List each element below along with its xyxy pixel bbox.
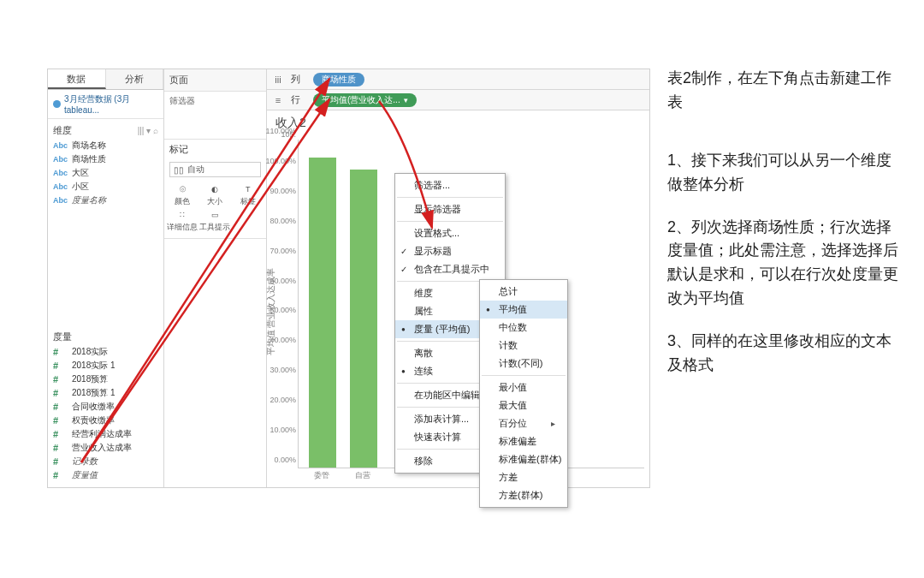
note-2: 2、列次选择商场性质；行次选择度量值；此处需注意，选择选择后默认是求和，可以在行…	[667, 216, 898, 312]
hash-icon: #	[53, 388, 68, 398]
dimensions-list: Abc商场名称Abc商场性质Abc大区Abc小区Abc度量名称	[48, 139, 163, 212]
menu-item[interactable]: 平均值	[480, 301, 567, 319]
datasource[interactable]: 3月经营数据 (3月tableau...	[48, 90, 163, 119]
rows-pill[interactable]: 平均值(营业收入达...▾	[313, 93, 417, 107]
x-category: 自营	[342, 470, 383, 484]
measure-item[interactable]: #2018实际 1	[51, 359, 160, 372]
sheet-title[interactable]: 收入2	[267, 110, 649, 136]
measure-item[interactable]: #2018实际	[51, 345, 160, 359]
menu-item[interactable]: 总计	[480, 283, 567, 301]
marks-label: 标记	[164, 140, 266, 159]
abc-icon: Abc	[53, 141, 68, 150]
bar[interactable]	[309, 158, 336, 468]
meas-name: 经营利润达成率	[72, 428, 132, 440]
measures-label: 度量	[53, 331, 72, 343]
measure-item[interactable]: #2018预算 1	[51, 386, 160, 400]
menu-item[interactable]: 计数	[480, 337, 567, 355]
menu-item[interactable]: 最小值	[480, 378, 567, 396]
meas-name: 2018预算	[72, 373, 108, 385]
marks-detail[interactable]: ∷详细信息	[166, 209, 198, 235]
filters-shelf[interactable]: 筛选器	[164, 92, 266, 140]
menu-item[interactable]: 最大值	[480, 396, 567, 414]
menu-separator	[397, 221, 503, 222]
marks-size[interactable]: ◐大小	[198, 183, 231, 209]
dim-name: 度量名称	[72, 194, 106, 206]
datasource-icon	[53, 100, 61, 108]
label-icon: T	[242, 185, 254, 195]
menu-item[interactable]: 显示筛选器	[395, 200, 505, 218]
meas-name: 2018实际	[72, 346, 108, 358]
y-tick: 80.00%	[270, 217, 296, 225]
menu-item-label: 方差	[499, 471, 518, 484]
marks-color[interactable]: ⦾颜色	[166, 183, 198, 209]
note-3: 3、同样的在这里修改相应的文本及格式	[667, 330, 898, 378]
columns-shelf[interactable]: iii 列 商场性质	[267, 69, 649, 90]
dimensions-label: 维度	[53, 124, 72, 137]
submenu-aggregate[interactable]: 总计平均值中位数计数计数(不同)最小值最大值百分位标准偏差标准偏差(群体)方差方…	[479, 279, 568, 508]
meas-name: 记录数	[72, 456, 98, 468]
dimension-item[interactable]: Abc小区	[51, 180, 160, 194]
menu-item[interactable]: 方差(群体)	[480, 486, 567, 504]
menu-item[interactable]: 计数(不同)	[480, 355, 567, 372]
menu-item[interactable]: 包含在工具提示中	[395, 260, 505, 278]
menu-item[interactable]: 筛选器...	[395, 176, 505, 194]
dim-header-icons[interactable]: ||| ▾ ⌕	[138, 126, 158, 135]
menu-item-label: 移除	[414, 455, 433, 468]
meas-name: 营业收入达成率	[72, 442, 132, 454]
menu-item[interactable]: 显示标题	[395, 242, 505, 260]
rows-shelf[interactable]: ≡ 行 平均值(营业收入达...▾	[267, 90, 649, 110]
pages-shelf[interactable]: 页面	[164, 69, 266, 92]
y-tick: 40.00%	[270, 336, 296, 344]
y-tick: 50.00%	[270, 306, 296, 314]
hash-icon: #	[53, 470, 68, 480]
measure-item[interactable]: #经营利润达成率	[51, 427, 160, 441]
dimension-item[interactable]: Abc度量名称	[51, 194, 160, 207]
measure-item[interactable]: #营业收入达成率	[51, 441, 160, 455]
color-icon: ⦾	[176, 185, 188, 195]
abc-icon: Abc	[53, 155, 68, 164]
measure-item[interactable]: #度量值	[51, 468, 160, 482]
menu-item-label: 显示筛选器	[414, 203, 461, 216]
side-tabs: 数据 分析	[48, 69, 163, 90]
tab-data[interactable]: 数据	[48, 69, 106, 89]
menu-item-label: 计数(不同)	[499, 357, 542, 370]
menu-item-label: 标准偏差	[499, 435, 536, 448]
measure-item[interactable]: #合同收缴率	[51, 400, 160, 414]
y-tick: 70.00%	[270, 247, 296, 255]
bar[interactable]	[350, 170, 377, 468]
menu-item[interactable]: 百分位	[480, 414, 567, 432]
measure-item[interactable]: #记录数	[51, 455, 160, 468]
menu-item[interactable]: 标准偏差	[480, 432, 567, 450]
menu-item[interactable]: 标准偏差(群体)	[480, 450, 567, 468]
menu-item[interactable]: 方差	[480, 468, 567, 486]
dimension-item[interactable]: Abc大区	[51, 166, 160, 180]
measure-item[interactable]: #权责收缴率	[51, 414, 160, 427]
measure-item[interactable]: #2018预算	[51, 372, 160, 386]
tab-analysis[interactable]: 分析	[106, 69, 164, 89]
dimension-item[interactable]: Abc商场名称	[51, 139, 160, 152]
marks-tooltip[interactable]: ▭工具提示	[198, 209, 231, 235]
y-tick: 10.00%	[270, 426, 296, 434]
menu-item[interactable]: 中位数	[480, 319, 567, 337]
menu-item-label: 百分位	[499, 417, 527, 430]
hash-icon: #	[53, 361, 68, 371]
menu-item-label: 维度	[414, 287, 433, 300]
dimensions-header: 维度 ||| ▾ ⌕	[48, 119, 163, 139]
menu-item-label: 连续	[414, 365, 433, 378]
shelves-column: 页面 筛选器 标记 ▯▯ 自动 ⦾颜色 ◐大小 T标签 ∷详细信息 ▭工具提示	[164, 69, 267, 487]
y-tick: 30.00%	[270, 366, 296, 374]
menu-item-label: 添加表计算...	[414, 413, 469, 426]
y-tick: 105.	[281, 130, 296, 139]
columns-pill[interactable]: 商场性质	[313, 73, 364, 86]
marks-label[interactable]: T标签	[232, 183, 264, 209]
dimension-item[interactable]: Abc商场性质	[51, 152, 160, 166]
y-tick: 90.00%	[270, 187, 296, 195]
menu-item-label: 属性	[414, 305, 433, 318]
detail-icon: ∷	[176, 211, 188, 221]
instruction-notes: 表2制作，在左下角点击新建工作表 1、接下来我们可以从另一个维度做整体分析 2、…	[667, 67, 898, 396]
menu-item-label: 显示标题	[414, 245, 452, 258]
menu-item[interactable]: 设置格式...	[395, 224, 505, 242]
menu-item-label: 最大值	[499, 399, 527, 412]
hash-icon: #	[53, 374, 68, 384]
marks-type-dropdown[interactable]: ▯▯ 自动	[169, 162, 261, 177]
